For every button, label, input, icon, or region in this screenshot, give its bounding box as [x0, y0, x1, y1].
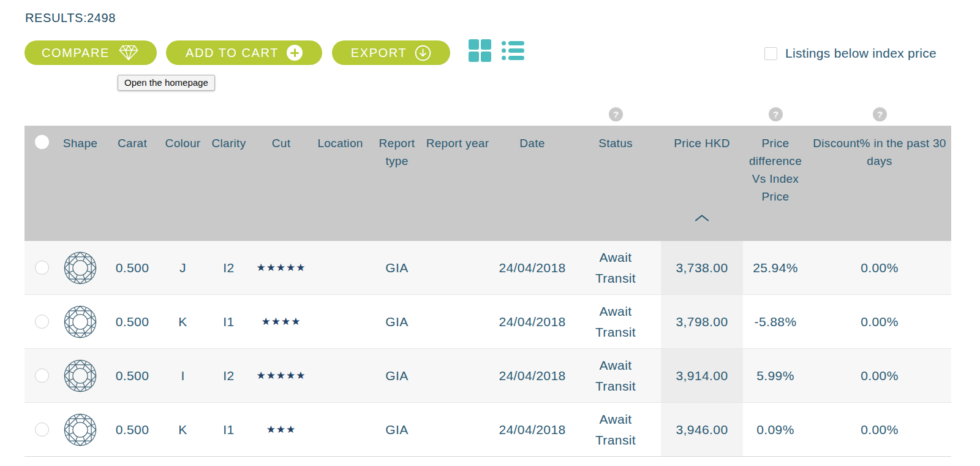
cell-status: Await Transit [590, 355, 641, 397]
cell-report-year [421, 349, 494, 402]
cell-location [307, 403, 373, 456]
cell-date: 24/04/2018 [494, 349, 570, 402]
cell-report-year [421, 241, 494, 294]
table-row[interactable]: 0.500 K I1 ★★★★ GIA 24/04/2018 Await Tra… [24, 295, 951, 349]
cell-carat: 0.500 [102, 349, 163, 402]
cell-price-difference: 5.99% [743, 349, 808, 402]
cell-report-type: GIA [373, 403, 421, 456]
row-select-radio[interactable] [35, 261, 49, 275]
cell-colour: J [163, 241, 203, 294]
cell-status: Await Transit [590, 301, 641, 343]
header-select-all [24, 126, 59, 241]
grid-view-icon [469, 39, 491, 64]
cell-price-hkd: 3,798.00 [661, 295, 743, 348]
header-colour[interactable]: Colour [163, 126, 203, 241]
header-shape[interactable]: Shape [59, 126, 102, 241]
cell-clarity: I1 [203, 295, 255, 348]
cell-report-year [421, 295, 494, 348]
table-row[interactable]: 0.500 I I2 ★★★★★ GIA 24/04/2018 Await Tr… [24, 349, 951, 403]
discount-help-icon[interactable]: ? [873, 107, 887, 121]
header-report-type[interactable]: Report type [373, 126, 421, 241]
listings-filter-checkbox[interactable] [764, 47, 777, 60]
cell-price-hkd: 3,946.00 [661, 403, 743, 456]
status-help-icon[interactable]: ? [609, 107, 623, 121]
cell-location [307, 295, 373, 348]
header-clarity[interactable]: Clarity [203, 126, 255, 241]
round-diamond-icon [59, 349, 102, 402]
row-select-radio[interactable] [35, 422, 49, 437]
cell-date: 24/04/2018 [494, 295, 570, 348]
cell-carat: 0.500 [102, 241, 163, 294]
header-price-hkd-label: Price HKD [674, 137, 729, 150]
cell-price-difference: -5.88% [743, 295, 808, 348]
plus-circle-icon [287, 45, 303, 61]
cell-colour: K [163, 295, 203, 348]
diamond-gem-icon [118, 44, 140, 61]
round-diamond-icon [59, 295, 102, 348]
cell-date: 24/04/2018 [494, 403, 570, 456]
header-discount[interactable]: Discount% in the past 30 days [808, 126, 951, 241]
row-select-radio[interactable] [35, 315, 49, 329]
cell-clarity: I2 [203, 349, 255, 402]
cell-price-hkd: 3,738.00 [661, 241, 743, 294]
grid-view-button[interactable] [469, 39, 491, 64]
download-circle-icon [415, 45, 431, 61]
cell-carat: 0.500 [102, 295, 163, 348]
cell-discount: 0.00% [808, 349, 951, 402]
cell-discount: 0.00% [808, 403, 951, 456]
header-price-difference[interactable]: Price difference Vs Index Price [743, 126, 808, 241]
add-to-cart-button-label: ADD TO CART [186, 46, 279, 60]
sort-ascending-icon[interactable] [695, 208, 709, 226]
cell-price-hkd: 3,914.00 [661, 349, 743, 402]
header-status[interactable]: Status [570, 126, 661, 241]
header-cut[interactable]: Cut [255, 126, 307, 241]
cell-report-type: GIA [373, 241, 421, 294]
table-row[interactable]: 0.500 K I1 ★★★ GIA 24/04/2018 Await Tran… [24, 403, 951, 457]
cell-status: Await Transit [590, 247, 641, 289]
header-date[interactable]: Date [494, 126, 570, 241]
listings-table: Shape Carat Colour Clarity Cut Location … [24, 126, 951, 457]
cut-rating-stars: ★★★★★ [256, 369, 306, 382]
cut-rating-stars: ★★★ [266, 423, 296, 436]
cell-location [307, 349, 373, 402]
cell-report-type: GIA [373, 295, 421, 348]
listings-filter: Listings below index price [764, 46, 937, 61]
cut-rating-stars: ★★★★ [262, 315, 301, 328]
add-to-cart-button[interactable]: ADD TO CART [166, 40, 322, 65]
open-homepage-tooltip: Open the homepage [118, 75, 215, 91]
cell-colour: K [163, 403, 203, 456]
header-carat[interactable]: Carat [102, 126, 163, 241]
cell-clarity: I1 [203, 403, 255, 456]
row-select-radio[interactable] [35, 369, 49, 383]
cell-report-year [421, 403, 494, 456]
header-price-hkd[interactable]: Price HKD [661, 126, 743, 241]
diamond-listings-page: RESULTS:2498 COMPARE ADD TO CART EXPORT [0, 0, 980, 466]
header-location[interactable]: Location [307, 126, 373, 241]
table-header-row: Shape Carat Colour Clarity Cut Location … [24, 126, 951, 241]
cell-price-difference: 25.94% [743, 241, 808, 294]
round-diamond-icon [59, 403, 102, 456]
compare-button[interactable]: COMPARE [24, 40, 157, 65]
listings-filter-label: Listings below index price [785, 46, 937, 61]
cell-location [307, 241, 373, 294]
cell-discount: 0.00% [808, 295, 951, 348]
cell-colour: I [163, 349, 203, 402]
list-view-icon [502, 41, 524, 63]
export-button[interactable]: EXPORT [332, 40, 450, 65]
header-report-year[interactable]: Report year [421, 126, 494, 241]
cell-discount: 0.00% [808, 241, 951, 294]
results-count: RESULTS:2498 [25, 11, 116, 25]
export-button-label: EXPORT [351, 46, 407, 60]
cell-status: Await Transit [590, 409, 641, 451]
round-diamond-icon [59, 241, 102, 294]
cell-carat: 0.500 [102, 403, 163, 456]
cell-clarity: I2 [203, 241, 255, 294]
cut-rating-stars: ★★★★★ [256, 261, 306, 274]
select-all-radio[interactable] [35, 135, 49, 149]
table-row[interactable]: 0.500 J I2 ★★★★★ GIA 24/04/2018 Await Tr… [24, 241, 951, 295]
compare-button-label: COMPARE [42, 46, 110, 60]
cell-report-type: GIA [373, 349, 421, 402]
cell-date: 24/04/2018 [494, 241, 570, 294]
price-difference-help-icon[interactable]: ? [769, 107, 783, 121]
list-view-button[interactable] [502, 39, 524, 64]
